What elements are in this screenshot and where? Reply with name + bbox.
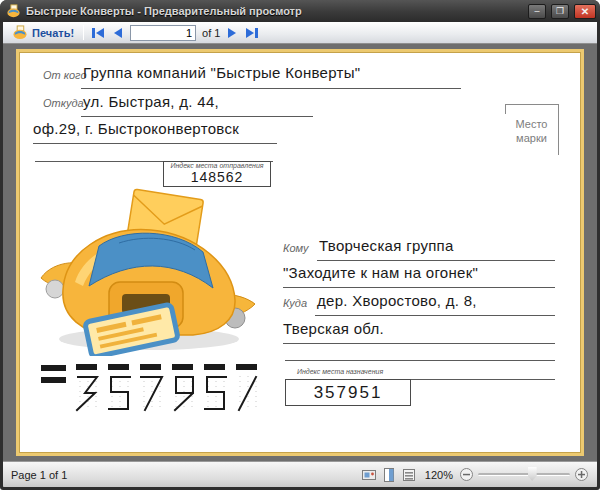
zoom-slider-track[interactable] [478, 473, 570, 476]
print-button-label: Печать! [32, 27, 74, 39]
status-bar: Page 1 of 1 [3, 461, 597, 487]
app-printer-icon [6, 4, 21, 18]
zoom-level: 120% [425, 469, 453, 481]
from-where-underline2 [33, 143, 277, 144]
stamp-label-line1: Место [505, 117, 558, 131]
page-number-input[interactable] [130, 25, 196, 41]
zoom-slider-thumb[interactable] [528, 467, 537, 481]
print-button[interactable]: Печать! [9, 24, 77, 41]
last-page-button[interactable] [244, 26, 260, 40]
from-label: От кого [43, 69, 87, 81]
to-value2: "Заходите к нам на огонек" [283, 264, 478, 281]
first-page-button[interactable] [90, 26, 106, 40]
to-underline2 [283, 287, 555, 288]
to-where-underline [315, 315, 555, 316]
single-page-view-icon[interactable] [381, 467, 397, 483]
next-page-icon [228, 28, 236, 38]
to-label: Кому [283, 242, 309, 254]
printer-illustration [35, 186, 263, 360]
to-underline [317, 260, 555, 261]
multi-page-view-icon[interactable] [401, 467, 417, 483]
maximize-button[interactable]: ❐ [551, 4, 569, 19]
to-where-label: Куда [283, 297, 307, 309]
previous-page-icon [114, 28, 122, 38]
title-bar: Быстрые Конверты - Предварительный просм… [0, 0, 600, 22]
dest-index-box: 357951 [285, 379, 411, 406]
zoom-out-button[interactable] [459, 467, 474, 482]
fit-page-icon[interactable] [361, 467, 377, 483]
dest-index-topline [285, 360, 555, 361]
minimize-button[interactable]: – [528, 4, 546, 19]
stamp-label-line2: марки [505, 131, 558, 145]
origin-index-box: Индекс места отправления 148562 [163, 161, 271, 187]
toolbar-separator [83, 25, 84, 40]
to-value: Творческая группа [319, 237, 454, 254]
next-page-button[interactable] [226, 26, 238, 40]
stamp-place-box: Место марки [505, 104, 559, 155]
zoom-in-button[interactable] [574, 467, 589, 482]
origin-index-label: Индекс места отправления [164, 162, 270, 169]
from-where-value2: оф.29, г. Быстроконвертовск [33, 120, 239, 137]
from-value: Группа компаний "Быстрые Конверты" [83, 64, 360, 81]
to-where-underline2 [283, 343, 555, 344]
from-where-underline [81, 116, 313, 117]
app-window: Быстрые Конверты - Предварительный просм… [0, 0, 600, 490]
to-where-value2: Тверская обл. [283, 320, 384, 337]
toolbar: Печать! of 1 [3, 22, 597, 44]
postal-code-stencil [41, 364, 263, 414]
envelope-page: От кого Группа компаний "Быстрые Конверт… [16, 49, 584, 456]
window-title: Быстрые Конверты - Предварительный просм… [26, 5, 523, 17]
last-page-icon [246, 28, 254, 38]
from-where-value: ул. Быстрая, д. 44, [83, 93, 219, 110]
from-where-label: Откуда [43, 97, 84, 109]
printer-icon [12, 25, 28, 40]
first-page-icon [92, 28, 95, 38]
close-button[interactable]: ✕ [574, 4, 596, 19]
origin-index-value: 148562 [164, 169, 270, 185]
page-info: Page 1 of 1 [11, 469, 67, 481]
page-count-label: of 1 [202, 27, 220, 39]
preview-area: От кого Группа компаний "Быстрые Конверт… [3, 44, 597, 461]
dest-index-value: 357951 [286, 380, 410, 405]
to-where-value: дер. Хворостово, д. 8, [317, 292, 477, 309]
dest-index-label: Индекс места назначения [297, 368, 383, 375]
zoom-slider [459, 467, 589, 482]
previous-page-button[interactable] [112, 26, 124, 40]
from-underline [81, 88, 461, 89]
window-body: Печать! of 1 От кого [3, 22, 597, 487]
